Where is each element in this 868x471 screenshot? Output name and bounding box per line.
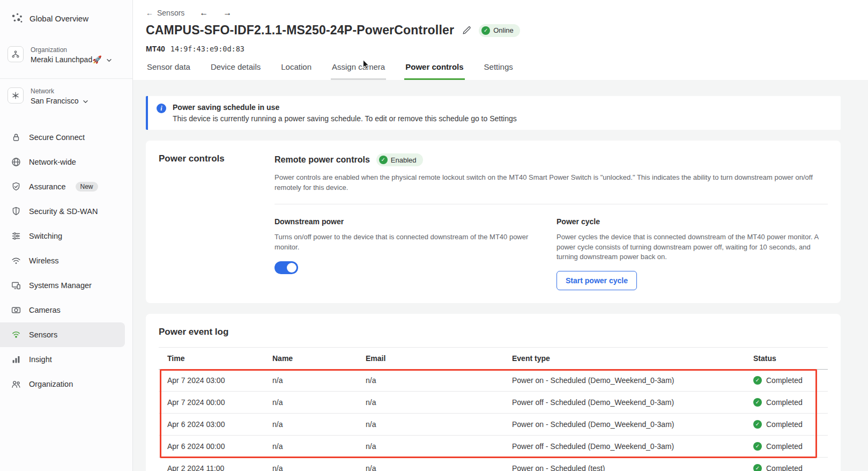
- content: i Power saving schedule in use This devi…: [133, 80, 868, 471]
- cell-time: Apr 7 2024 03:00: [159, 370, 264, 392]
- page-title: CAMPUS-SFO-IDF2.1.1-MS250-24P-PowerContr…: [146, 23, 454, 38]
- organization-selector[interactable]: Organization Meraki Launchpad🚀: [0, 41, 132, 70]
- cell-email: n/a: [357, 414, 503, 436]
- organization-label: Organization: [31, 46, 112, 54]
- sidebar-item-label: Sensors: [29, 330, 57, 339]
- bar-chart-icon: [11, 354, 21, 365]
- wifi-icon: [11, 255, 21, 266]
- downstream-power-description: Turns on/off power to the device that is…: [275, 232, 546, 253]
- sidebar-item-label: Secure Connect: [29, 133, 85, 142]
- global-overview[interactable]: Global Overview: [0, 8, 132, 29]
- global-overview-label: Global Overview: [29, 14, 88, 23]
- breadcrumb-sensors[interactable]: ← Sensors: [146, 9, 184, 17]
- cell-email: n/a: [357, 370, 503, 392]
- power-controls-title: Power controls: [159, 153, 275, 290]
- status-label: Completed: [766, 376, 803, 385]
- table-row: Apr 6 2024 00:00 n/a n/a Power off - Sch…: [159, 436, 828, 458]
- status-label: Completed: [766, 464, 803, 471]
- shield-icon: [11, 206, 21, 217]
- tab-sensor-data[interactable]: Sensor data: [146, 62, 191, 80]
- table-row: Apr 2 2024 11:00 n/a n/a Power on - Sche…: [159, 458, 828, 471]
- edit-icon[interactable]: [462, 26, 471, 35]
- power-event-log-card: Power event log Time Name Email Event ty…: [146, 314, 841, 471]
- sidebar-nav: Secure Connect Network-wide Assurance Ne…: [0, 125, 132, 396]
- camera-icon: [11, 305, 21, 315]
- chevron-down-icon: [106, 55, 112, 64]
- tab-settings[interactable]: Settings: [483, 62, 514, 80]
- column-header-time: Time: [159, 348, 264, 370]
- check-icon: ✓: [753, 464, 762, 471]
- sidebar-item-security-sd-wan[interactable]: Security & SD-WAN: [0, 199, 125, 224]
- page-header: ← Sensors ← → CAMPUS-SFO-IDF2.1.1-MS250-…: [133, 0, 868, 80]
- remote-power-controls-title: Remote power controls: [275, 155, 370, 165]
- sidebar-item-label: Switching: [29, 232, 62, 240]
- tab-power-controls[interactable]: Power controls: [404, 62, 464, 80]
- sidebar-item-label: Systems Manager: [29, 281, 92, 290]
- cell-email: n/a: [357, 458, 503, 471]
- tab-assign-camera[interactable]: Assign camera: [331, 62, 386, 80]
- sidebar-divider: [0, 78, 132, 79]
- info-banner: i Power saving schedule in use This devi…: [146, 96, 841, 130]
- sidebar-item-wireless[interactable]: Wireless: [0, 248, 125, 273]
- tab-device-details[interactable]: Device details: [210, 62, 262, 80]
- check-icon: ✓: [753, 376, 762, 385]
- lock-icon: [11, 132, 21, 143]
- network-selector[interactable]: Network San Francisco: [0, 82, 132, 111]
- device-mac: 14:9f:43:e9:0d:83: [170, 45, 244, 53]
- sidebar-item-organization[interactable]: Organization: [0, 372, 125, 396]
- cell-time: Apr 6 2024 03:00: [159, 414, 264, 436]
- sidebar-item-assurance[interactable]: Assurance New: [0, 174, 125, 199]
- table-row: Apr 7 2024 00:00 n/a n/a Power off - Sch…: [159, 392, 828, 414]
- sidebar-item-label: Insight: [29, 355, 52, 364]
- power-controls-card: Power controls Remote power controls ✓ E…: [146, 141, 841, 303]
- cell-status: ✓Completed: [745, 414, 828, 436]
- new-badge: New: [76, 182, 98, 192]
- sidebar-item-label: Cameras: [29, 306, 61, 314]
- devices-icon: [11, 280, 21, 291]
- sidebar-item-label: Network-wide: [29, 158, 76, 166]
- cell-status: ✓Completed: [745, 458, 828, 471]
- shield-check-icon: [11, 181, 21, 192]
- banner-title: Power saving schedule in use: [173, 103, 517, 112]
- network-icon: [8, 87, 24, 104]
- cell-email: n/a: [357, 392, 503, 414]
- cell-time: Apr 7 2024 00:00: [159, 392, 264, 414]
- section-divider: [275, 204, 828, 204]
- people-icon: [11, 379, 21, 389]
- cell-name: n/a: [264, 392, 357, 414]
- sidebar-item-label: Wireless: [29, 256, 59, 265]
- sidebar-item-cameras[interactable]: Cameras: [0, 298, 125, 322]
- organization-name: Meraki Launchpad🚀: [31, 55, 102, 64]
- table-header-row: Time Name Email Event type Status: [159, 348, 828, 370]
- status-label: Completed: [766, 398, 803, 407]
- column-header-status: Status: [745, 348, 828, 370]
- cell-name: n/a: [264, 458, 357, 471]
- switch-icon: [11, 231, 21, 241]
- globe-icon: [11, 157, 21, 167]
- sidebar-item-insight[interactable]: Insight: [0, 347, 125, 372]
- status-badge-label: Online: [493, 26, 514, 34]
- history-forward-icon[interactable]: →: [223, 9, 232, 17]
- remote-power-description: Power controls are enabled when the phys…: [275, 173, 828, 193]
- network-name: San Francisco: [31, 97, 78, 105]
- tab-bar: Sensor data Device details Location Assi…: [146, 62, 868, 80]
- status-label: Completed: [766, 442, 803, 451]
- start-power-cycle-button[interactable]: Start power cycle: [557, 271, 637, 290]
- status-badge: ✓ Online: [479, 24, 520, 37]
- cell-time: Apr 6 2024 00:00: [159, 436, 264, 458]
- sidebar: Global Overview Organization Meraki Laun…: [0, 0, 133, 471]
- app-root: Global Overview Organization Meraki Laun…: [0, 0, 868, 471]
- toggle-knob: [287, 263, 296, 273]
- enabled-badge: ✓ Enabled: [376, 153, 423, 166]
- sidebar-item-sensors[interactable]: Sensors: [0, 322, 125, 347]
- back-arrow-icon: ←: [146, 9, 153, 17]
- sidebar-item-systems-manager[interactable]: Systems Manager: [0, 273, 125, 298]
- sidebar-item-secure-connect[interactable]: Secure Connect: [0, 125, 125, 150]
- history-back-icon[interactable]: ←: [199, 9, 208, 17]
- sidebar-item-network-wide[interactable]: Network-wide: [0, 150, 125, 174]
- sidebar-item-label: Organization: [29, 380, 73, 388]
- downstream-power-toggle[interactable]: [275, 261, 298, 274]
- column-header-name: Name: [264, 348, 357, 370]
- sidebar-item-switching[interactable]: Switching: [0, 224, 125, 248]
- tab-location[interactable]: Location: [280, 62, 313, 80]
